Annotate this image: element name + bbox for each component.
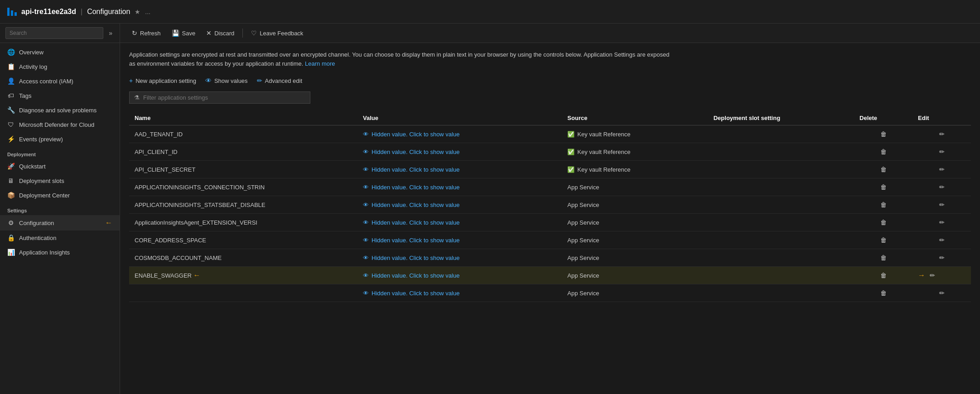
advanced-edit-button[interactable]: ✏ Advanced edit	[257, 75, 302, 86]
cell-source: ✅Key vault Reference	[562, 143, 708, 161]
source-cell: App Service	[567, 237, 599, 244]
cell-value[interactable]: 👁 Hidden value. Click to show value	[357, 161, 562, 178]
cell-value[interactable]: 👁 Hidden value. Click to show value	[357, 214, 562, 231]
cell-value[interactable]: 👁 Hidden value. Click to show value	[357, 125, 562, 143]
sidebar-item-quickstart[interactable]: 🚀 Quickstart	[0, 159, 120, 173]
hidden-value-text: Hidden value. Click to show value	[372, 290, 459, 297]
hidden-value-text: Hidden value. Click to show value	[372, 131, 459, 138]
delete-button[interactable]: 🗑	[878, 130, 889, 139]
col-header-name: Name	[129, 111, 357, 125]
cell-name: API_CLIENT_SECRET	[129, 161, 357, 178]
sidebar-item-activity-log[interactable]: 📋 Activity log	[0, 59, 120, 74]
delete-button[interactable]: 🗑	[878, 271, 889, 280]
cell-value[interactable]: 👁 Hidden value. Click to show value	[357, 143, 562, 161]
eye-icon: 👁	[363, 149, 369, 155]
cell-edit: ✏	[912, 143, 971, 161]
search-input[interactable]	[5, 27, 103, 39]
delete-button[interactable]: 🗑	[878, 253, 889, 262]
new-setting-label: New application setting	[135, 77, 196, 84]
sidebar-item-configuration[interactable]: ⚙ Configuration ←	[0, 215, 120, 231]
filter-input[interactable]	[143, 94, 305, 101]
cell-deploy-slot	[708, 196, 854, 214]
learn-more-link[interactable]: Learn more	[305, 60, 335, 67]
delete-button[interactable]: 🗑	[878, 200, 889, 209]
edit-button[interactable]: ✏	[937, 183, 947, 192]
delete-button[interactable]: 🗑	[878, 183, 889, 192]
save-label: Save	[182, 30, 196, 37]
cell-value[interactable]: 👁 Hidden value. Click to show value	[357, 249, 562, 267]
active-arrow-icon: ←	[105, 219, 112, 227]
table-row: API_CLIENT_SECRET 👁 Hidden value. Click …	[129, 161, 971, 178]
hidden-value-text: Hidden value. Click to show value	[372, 166, 459, 173]
sidebar-item-access-control[interactable]: 👤 Access control (IAM)	[0, 74, 120, 88]
source-cell: App Service	[567, 255, 599, 261]
cell-deploy-slot	[708, 214, 854, 231]
pencil-icon: ✏	[257, 77, 262, 84]
more-options-icon[interactable]: ...	[145, 8, 150, 15]
deployment-section-label: Deployment	[0, 146, 120, 159]
edit-button[interactable]: ✏	[937, 218, 947, 227]
sidebar-items-list: 🌐 Overview 📋 Activity log 👤 Access contr…	[0, 43, 120, 394]
edit-button[interactable]: ✏	[937, 288, 947, 298]
table-row: CORE_ADDRESS_SPACE 👁 Hidden value. Click…	[129, 231, 971, 249]
cell-edit: ✏	[912, 125, 971, 143]
cell-value[interactable]: 👁 Hidden value. Click to show value	[357, 231, 562, 249]
edit-button[interactable]: ✏	[927, 271, 938, 280]
delete-button[interactable]: 🗑	[878, 218, 889, 227]
sidebar-item-diagnose[interactable]: 🔧 Diagnose and solve problems	[0, 103, 120, 117]
cell-deploy-slot	[708, 249, 854, 267]
refresh-button[interactable]: ↻ Refresh	[127, 27, 165, 39]
new-application-setting-button[interactable]: + New application setting	[129, 75, 196, 86]
check-icon: ✅	[567, 166, 574, 173]
discard-button[interactable]: ✕ Discard	[202, 27, 239, 39]
eye-icon: 👁	[363, 202, 369, 208]
title-bar: api-tre11ee2a3d | Configuration ★ ...	[0, 0, 980, 24]
sidebar-item-overview[interactable]: 🌐 Overview	[0, 45, 120, 59]
delete-button[interactable]: 🗑	[878, 235, 889, 245]
table-row: COSMOSDB_ACCOUNT_NAME 👁 Hidden value. Cl…	[129, 249, 971, 267]
sidebar-item-deployment-slots[interactable]: 🖥 Deployment slots	[0, 173, 120, 188]
cell-source: App Service	[562, 231, 708, 249]
eye-icon: 👁	[363, 184, 369, 191]
sidebar-collapse-button[interactable]: »	[107, 29, 114, 38]
cell-name: COSMOSDB_ACCOUNT_NAME	[129, 249, 357, 267]
edit-button[interactable]: ✏	[937, 235, 947, 245]
edit-button[interactable]: ✏	[937, 147, 947, 156]
cell-value[interactable]: 👁 Hidden value. Click to show value	[357, 284, 562, 302]
cell-value[interactable]: 👁 Hidden value. Click to show value	[357, 196, 562, 214]
sidebar-item-tags[interactable]: 🏷 Tags	[0, 88, 120, 103]
leave-feedback-button[interactable]: ♡ Leave Feedback	[246, 27, 308, 39]
table-row: 👁 Hidden value. Click to show value App …	[129, 284, 971, 302]
sidebar-item-label: Events (preview)	[19, 136, 63, 143]
delete-button[interactable]: 🗑	[878, 288, 889, 298]
edit-button[interactable]: ✏	[937, 130, 947, 139]
show-values-button[interactable]: 👁 Show values	[205, 75, 248, 86]
sidebar-item-deployment-center[interactable]: 📦 Deployment Center	[0, 188, 120, 202]
edit-button[interactable]: ✏	[937, 165, 947, 174]
action-bar: + New application setting 👁 Show values …	[129, 75, 971, 86]
sidebar-item-events[interactable]: ⚡ Events (preview)	[0, 132, 120, 146]
cell-value[interactable]: 👁 Hidden value. Click to show value	[357, 178, 562, 196]
overview-icon: 🌐	[7, 48, 14, 56]
content-area: ↻ Refresh 💾 Save ✕ Discard ♡ Leave Feedb…	[120, 24, 980, 394]
cell-source: ✅Key vault Reference	[562, 125, 708, 143]
sidebar: » 🌐 Overview 📋 Activity log 👤 Access con…	[0, 24, 120, 394]
sidebar-item-authentication[interactable]: 🔒 Authentication	[0, 231, 120, 245]
filter-input-wrapper: ⚗	[129, 91, 310, 104]
cell-value[interactable]: 👁 Hidden value. Click to show value	[357, 267, 562, 284]
edit-button[interactable]: ✏	[937, 253, 947, 262]
delete-button[interactable]: 🗑	[878, 165, 889, 174]
sidebar-item-defender[interactable]: 🛡 Microsoft Defender for Cloud	[0, 117, 120, 132]
hidden-value-text: Hidden value. Click to show value	[372, 149, 459, 155]
sidebar-item-app-insights[interactable]: 📊 Application Insights	[0, 245, 120, 259]
sidebar-item-label: Authentication	[19, 235, 56, 241]
save-button[interactable]: 💾 Save	[167, 27, 200, 39]
check-icon: ✅	[567, 131, 574, 138]
cell-name: APPLICATIONINSIGHTS_CONNECTION_STRIN	[129, 178, 357, 196]
save-icon: 💾	[172, 29, 179, 37]
delete-button[interactable]: 🗑	[878, 147, 889, 156]
favorite-icon[interactable]: ★	[135, 8, 140, 15]
edit-button[interactable]: ✏	[937, 200, 947, 209]
authentication-icon: 🔒	[7, 234, 14, 241]
cell-deploy-slot	[708, 267, 854, 284]
